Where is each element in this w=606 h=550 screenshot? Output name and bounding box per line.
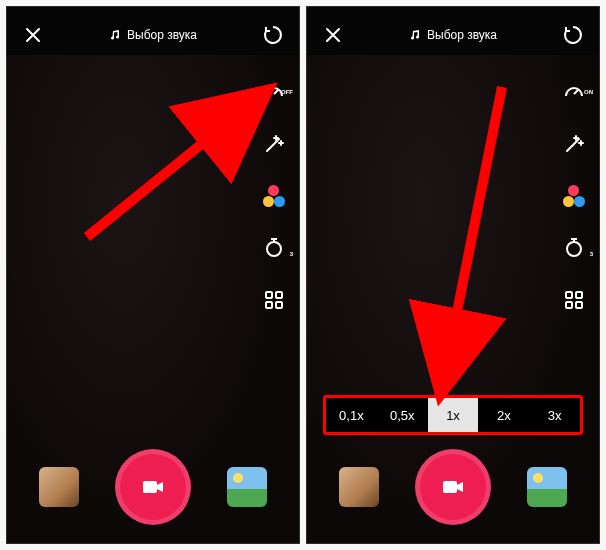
sound-label: Выбор звука — [127, 28, 197, 42]
screen-after: Выбор звука ON 3 0,1x 0,5x 1x 2x 3x — [306, 6, 600, 544]
timer-badge: 3 — [290, 251, 293, 257]
bottom-bar — [307, 449, 599, 525]
svg-rect-17 — [576, 302, 582, 308]
svg-line-0 — [274, 90, 278, 94]
svg-point-11 — [567, 242, 581, 256]
svg-rect-14 — [566, 292, 572, 298]
speedometer-icon — [562, 80, 586, 104]
music-note-icon — [409, 29, 421, 41]
svg-rect-4 — [266, 292, 272, 298]
camera-icon — [439, 473, 467, 501]
flip-camera-button[interactable] — [261, 23, 285, 47]
filters-icon — [263, 185, 285, 207]
grid-icon — [564, 290, 584, 310]
sound-picker[interactable]: Выбор звука — [109, 28, 197, 42]
svg-rect-16 — [566, 302, 572, 308]
speed-option[interactable]: 3x — [529, 398, 580, 432]
flip-icon — [262, 24, 284, 46]
speed-option[interactable]: 2x — [478, 398, 529, 432]
top-bar: Выбор звука — [7, 7, 299, 55]
sound-picker[interactable]: Выбор звука — [409, 28, 497, 42]
effects-button[interactable] — [39, 467, 79, 507]
flip-icon — [562, 24, 584, 46]
close-button[interactable] — [321, 23, 345, 47]
filters-icon — [563, 185, 585, 207]
timer-tool[interactable]: 3 — [259, 233, 289, 263]
more-tools[interactable] — [559, 285, 589, 315]
svg-rect-15 — [576, 292, 582, 298]
filters-tool[interactable] — [559, 181, 589, 211]
speed-selector: 0,1x 0,5x 1x 2x 3x — [323, 395, 583, 435]
timer-icon — [262, 236, 286, 260]
svg-rect-8 — [143, 481, 157, 493]
speed-badge: OFF — [281, 89, 293, 95]
svg-point-1 — [267, 242, 281, 256]
flip-camera-button[interactable] — [561, 23, 585, 47]
more-tools[interactable] — [259, 285, 289, 315]
record-button[interactable] — [415, 449, 491, 525]
svg-line-10 — [574, 90, 578, 94]
speed-option[interactable]: 0,1x — [326, 398, 377, 432]
grid-icon — [264, 290, 284, 310]
screen-before: Выбор звука OFF 3 — [6, 6, 300, 544]
bottom-bar — [7, 449, 299, 525]
record-button[interactable] — [115, 449, 191, 525]
side-toolbar: ON 3 — [559, 77, 589, 315]
svg-rect-6 — [266, 302, 272, 308]
side-toolbar: OFF 3 — [259, 77, 289, 315]
speed-tool[interactable]: ON — [559, 77, 589, 107]
filters-tool[interactable] — [259, 181, 289, 211]
camera-icon — [139, 473, 167, 501]
close-button[interactable] — [21, 23, 45, 47]
speed-option-selected[interactable]: 1x — [428, 398, 479, 432]
music-note-icon — [109, 29, 121, 41]
timer-tool[interactable]: 3 — [559, 233, 589, 263]
upload-button[interactable] — [527, 467, 567, 507]
svg-rect-7 — [276, 302, 282, 308]
close-icon — [25, 27, 41, 43]
svg-rect-18 — [443, 481, 457, 493]
upload-button[interactable] — [227, 467, 267, 507]
speed-badge: ON — [584, 89, 593, 95]
wand-icon — [562, 132, 586, 156]
beauty-tool[interactable] — [559, 129, 589, 159]
close-icon — [325, 27, 341, 43]
speed-option[interactable]: 0,5x — [377, 398, 428, 432]
timer-badge: 3 — [590, 251, 593, 257]
wand-icon — [262, 132, 286, 156]
sound-label: Выбор звука — [427, 28, 497, 42]
beauty-tool[interactable] — [259, 129, 289, 159]
speed-tool[interactable]: OFF — [259, 77, 289, 107]
timer-icon — [562, 236, 586, 260]
svg-rect-5 — [276, 292, 282, 298]
top-bar: Выбор звука — [307, 7, 599, 55]
effects-button[interactable] — [339, 467, 379, 507]
